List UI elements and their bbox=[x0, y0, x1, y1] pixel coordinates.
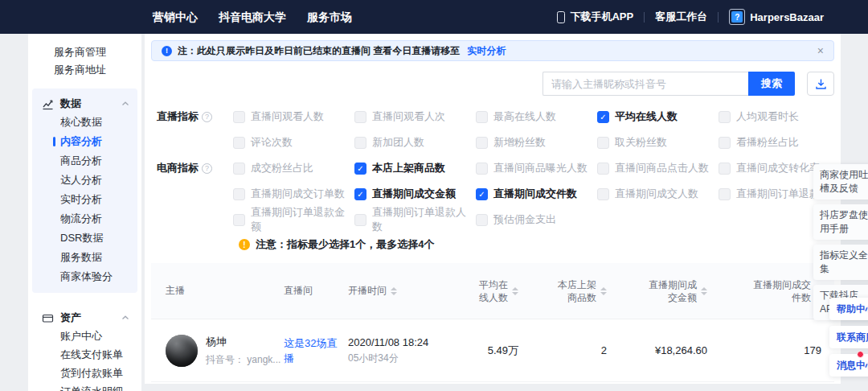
checkbox-icon bbox=[597, 188, 609, 200]
metric-checkbox[interactable]: 直播期间成交订单数 bbox=[233, 186, 354, 202]
metric-checkbox[interactable]: 直播间商品点击人数 bbox=[597, 160, 719, 176]
metric-checkbox[interactable]: 直播期间订单退款金额 bbox=[233, 212, 354, 228]
live-room-cell: 这是32场直播 bbox=[284, 335, 348, 366]
col-gmv[interactable]: 直播期间成交金额 bbox=[613, 278, 714, 304]
sidebar-section-assets-title: 资产 bbox=[60, 311, 81, 325]
checkbox-icon bbox=[597, 137, 609, 149]
live-room-link[interactable]: 这是32场直播 bbox=[284, 335, 340, 366]
search-button[interactable]: 搜索 bbox=[748, 72, 795, 96]
metric-checkbox[interactable]: 直播期间成交人数 bbox=[597, 186, 719, 202]
metric-checkbox[interactable]: 直播期间订单退款人数 bbox=[354, 212, 476, 228]
notification-badge bbox=[857, 351, 864, 358]
metric-checkbox-items-sold[interactable]: 直播期间成交件数 bbox=[476, 186, 597, 202]
metric-checkbox[interactable]: 直播间商品曝光人数 bbox=[476, 160, 597, 176]
chart-icon bbox=[42, 97, 55, 110]
sort-icon[interactable] bbox=[701, 287, 707, 295]
metric-checkbox[interactable]: 最高在线人数 bbox=[476, 109, 597, 125]
help-icon[interactable]: ? bbox=[202, 163, 212, 174]
checkbox-icon bbox=[476, 111, 488, 123]
sidebar-item-order-flow-detail[interactable]: 订单流水明细 bbox=[32, 382, 137, 391]
sidebar-item-talent-analysis[interactable]: 达人分析 bbox=[32, 171, 137, 190]
sidebar-section-data-header[interactable]: 数据 bbox=[32, 95, 137, 113]
sidebar-item-content-analysis[interactable]: 内容分析 bbox=[32, 132, 137, 151]
metric-checkbox[interactable]: 直播间观看人次 bbox=[354, 109, 476, 125]
sort-icon[interactable] bbox=[391, 287, 397, 295]
checkbox-icon bbox=[476, 163, 488, 175]
sidebar-section-data-title: 数据 bbox=[60, 97, 81, 111]
sidebar-section-data: 数据 核心数据 内容分析 商品分析 达人分析 实时分析 物流分析 DSR数据 服… bbox=[32, 88, 137, 293]
sidebar-item-account-center[interactable]: 账户中心 bbox=[32, 327, 137, 345]
divider bbox=[718, 12, 719, 23]
notice-bar: ! 注：此处只展示昨日及昨日前已结束的直播间 查看今日直播请移至 实时分析 × bbox=[151, 40, 834, 61]
start-time: 2020/11/08 18:24 bbox=[348, 336, 428, 348]
sidebar-item-cod-bill[interactable]: 货到付款账单 bbox=[32, 364, 137, 382]
divider bbox=[644, 12, 645, 23]
metric-checkbox[interactable]: 取关粉丝数 bbox=[597, 134, 719, 150]
message-center-button[interactable]: 消息中心 bbox=[829, 354, 868, 377]
sort-icon[interactable] bbox=[600, 287, 607, 295]
checkbox-icon bbox=[719, 163, 731, 175]
sidebar-item-dsr-data[interactable]: DSR数据 bbox=[32, 228, 137, 248]
sidebar-item-product-analysis[interactable]: 商品分析 bbox=[32, 151, 137, 171]
download-report-button[interactable] bbox=[807, 72, 834, 96]
col-avg-online[interactable]: 平均在线人数 bbox=[448, 278, 525, 304]
sidebar-item-provider-address[interactable]: 服务商地址 bbox=[28, 61, 141, 79]
help-center-button[interactable]: 帮助中心 bbox=[829, 298, 868, 320]
sort-icon[interactable] bbox=[512, 287, 518, 295]
contact-merchant-service-button[interactable]: 联系商服 bbox=[829, 326, 868, 348]
checkbox-icon bbox=[719, 111, 731, 123]
download-icon bbox=[815, 78, 827, 90]
nav-ecommerce-academy[interactable]: 抖音电商大学 bbox=[219, 0, 286, 34]
download-mobile-app-button[interactable]: 下载手机APP bbox=[557, 10, 633, 24]
warning-icon: ! bbox=[239, 239, 250, 250]
user-account-menu[interactable]: ? HarpersBazaar bbox=[729, 9, 824, 25]
sidebar-section-assets: 资产 账户中心 在线支付账单 货到付款账单 订单流水明细 bbox=[32, 303, 137, 391]
col-shop-products[interactable]: 本店上架商品数 bbox=[525, 278, 613, 304]
sidebar-item-core-data[interactable]: 核心数据 bbox=[32, 113, 137, 132]
metric-checkbox[interactable]: 预估佣金支出 bbox=[476, 212, 597, 228]
table-header: 主播 直播间 开播时间 平均在线人数 本店上架商品数 直播期间成交金额 直播期间… bbox=[151, 263, 834, 319]
realtime-analysis-link[interactable]: 实时分析 bbox=[467, 44, 506, 58]
close-icon[interactable]: × bbox=[817, 44, 824, 57]
phone-icon bbox=[557, 11, 565, 23]
duration: 05小时34分 bbox=[348, 352, 428, 365]
checkbox-icon bbox=[719, 188, 731, 200]
checkbox-icon bbox=[354, 214, 366, 226]
metric-checkbox[interactable]: 评论次数 bbox=[233, 134, 354, 150]
metric-checkbox[interactable]: 成交粉丝占比 bbox=[233, 160, 354, 176]
checkbox-icon bbox=[233, 188, 245, 200]
sidebar-item-provider-management[interactable]: 服务商管理 bbox=[28, 43, 141, 61]
col-start-time[interactable]: 开播时间 bbox=[348, 284, 448, 298]
sidebar-item-logistics-analysis[interactable]: 物流分析 bbox=[32, 209, 137, 228]
metric-definitions-card[interactable]: 指标定义全集 bbox=[813, 245, 868, 280]
download-app-label: 下载手机APP bbox=[570, 10, 633, 24]
checkbox-icon bbox=[476, 137, 488, 149]
checkbox-icon bbox=[233, 137, 245, 149]
metric-checkbox[interactable]: 看播粉丝占比 bbox=[719, 134, 840, 150]
nav-marketing-center[interactable]: 营销中心 bbox=[153, 0, 198, 34]
ecom-metrics-label: 电商指标 ? bbox=[157, 160, 233, 176]
metric-checkbox-avg-online[interactable]: 平均在线人数 bbox=[597, 109, 719, 125]
metric-checkbox[interactable]: 新加团人数 bbox=[354, 134, 476, 150]
nav-service-market[interactable]: 服务市场 bbox=[307, 0, 352, 34]
metric-checkbox[interactable]: 人均观看时长 bbox=[719, 109, 840, 125]
checkbox-icon bbox=[354, 111, 366, 123]
sidebar-item-online-payment-bill[interactable]: 在线支付账单 bbox=[32, 345, 137, 364]
anchor-avatar bbox=[166, 335, 198, 367]
metric-checkbox-gmv[interactable]: 直播期间成交金额 bbox=[354, 186, 476, 202]
anchor-search-input[interactable] bbox=[542, 72, 748, 96]
metric-checkbox[interactable]: 新增粉丝数 bbox=[476, 134, 597, 150]
metrics-note: ! 注意：指标最少选择1个，最多选择4个 bbox=[239, 237, 834, 252]
info-icon: ! bbox=[162, 46, 172, 56]
sidebar-item-realtime-analysis[interactable]: 实时分析 bbox=[32, 190, 137, 209]
sidebar-item-merchant-experience-score[interactable]: 商家体验分 bbox=[32, 267, 137, 286]
help-icon[interactable]: ? bbox=[202, 112, 212, 122]
compass-manual-card[interactable]: 抖店罗盘使用手册 bbox=[813, 204, 868, 240]
sidebar-item-service-data[interactable]: 服务数据 bbox=[32, 248, 137, 267]
metric-checkbox-shop-products[interactable]: 本店上架商品数 bbox=[354, 160, 476, 176]
sidebar-section-assets-header[interactable]: 资产 bbox=[32, 309, 137, 327]
metric-checkbox[interactable]: 直播间观看人数 bbox=[233, 109, 354, 125]
service-workbench-link[interactable]: 客服工作台 bbox=[655, 10, 707, 24]
feedback-card[interactable]: 商家使用吐槽及反馈 bbox=[813, 164, 868, 200]
nav-menu: 营销中心 抖音电商大学 服务市场 bbox=[153, 0, 352, 34]
